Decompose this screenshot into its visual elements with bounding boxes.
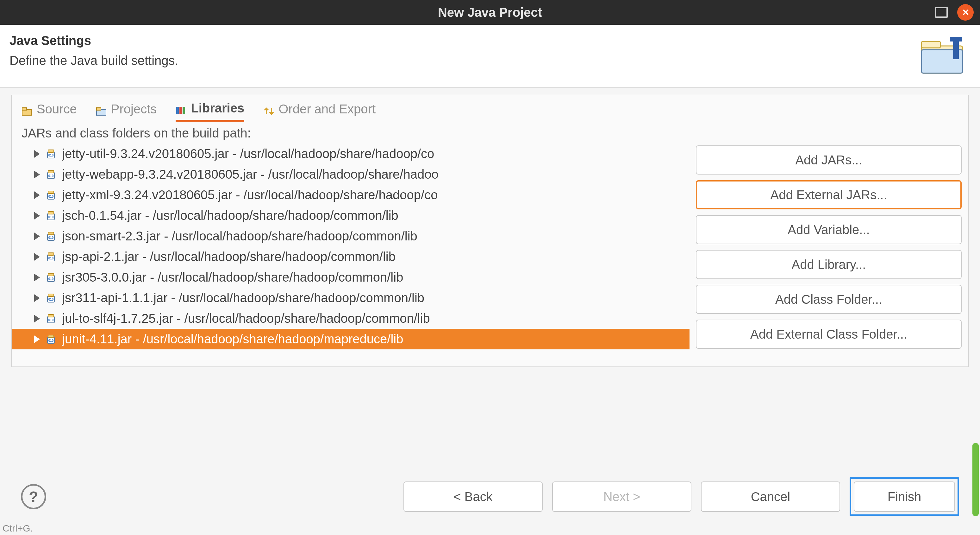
jar-icon: 010	[46, 210, 56, 221]
jar-label: jetty-webapp-9.3.24.v20180605.jar - /usr…	[62, 167, 439, 182]
jar-icon: 010	[46, 293, 56, 303]
statusbar-hint: Ctrl+G.	[0, 522, 35, 535]
next-button: Next >	[552, 481, 691, 512]
tab-projects[interactable]: Projects	[96, 101, 157, 121]
jar-icon: 010	[46, 169, 56, 180]
svg-rect-22	[48, 212, 54, 214]
jar-icon: 010	[46, 149, 56, 159]
side-buttons: Add JARs... Add External JARs... Add Var…	[689, 144, 968, 366]
jar-item[interactable]: 010jetty-xml-9.3.24.v20180605.jar - /usr…	[12, 185, 689, 205]
tab-order[interactable]: Order and Export	[263, 101, 375, 121]
maximize-icon[interactable]	[935, 7, 948, 18]
svg-rect-8	[97, 108, 101, 110]
add-external-class-folder-button[interactable]: Add External Class Folder...	[696, 319, 962, 349]
add-external-jars-button[interactable]: Add External JARs...	[696, 180, 962, 209]
expand-triangle-icon[interactable]	[34, 315, 40, 323]
back-button[interactable]: < Back	[404, 481, 542, 512]
jar-item[interactable]: 010jsr311-api-1.1.1.jar - /usr/local/had…	[12, 287, 689, 308]
help-button[interactable]: ?	[21, 484, 46, 509]
jar-label: jul-to-slf4j-1.7.25.jar - /usr/local/had…	[62, 311, 430, 326]
jar-label: jsr305-3.0.0.jar - /usr/local/hadoop/sha…	[62, 270, 403, 284]
order-icon	[263, 105, 275, 114]
tab-libraries[interactable]: Libraries	[176, 101, 244, 121]
source-icon	[22, 105, 33, 114]
expand-triangle-icon[interactable]	[34, 191, 40, 199]
expand-triangle-icon[interactable]	[34, 150, 40, 158]
jar-label: json-smart-2.3.jar - /usr/local/hadoop/s…	[62, 229, 417, 243]
jar-label: jsch-0.1.54.jar - /usr/local/hadoop/shar…	[62, 208, 398, 223]
jar-item[interactable]: 010jsch-0.1.54.jar - /usr/local/hadoop/s…	[12, 205, 689, 226]
scroll-indicator[interactable]	[972, 443, 979, 516]
libraries-icon	[176, 104, 187, 113]
jar-icon: 010	[46, 231, 56, 242]
svg-text:010: 010	[48, 318, 54, 322]
svg-text:010: 010	[48, 339, 54, 342]
svg-rect-28	[48, 253, 54, 255]
add-library-button[interactable]: Add Library...	[696, 250, 962, 279]
svg-rect-6	[22, 108, 27, 110]
add-variable-button[interactable]: Add Variable...	[696, 215, 962, 244]
svg-text:010: 010	[48, 236, 54, 240]
svg-rect-37	[48, 315, 54, 317]
jar-icon: 010	[46, 313, 56, 324]
add-class-folder-button[interactable]: Add Class Folder...	[696, 285, 962, 314]
list-header: JARs and class folders on the build path…	[12, 121, 968, 144]
svg-rect-40	[48, 335, 54, 338]
expand-triangle-icon[interactable]	[34, 274, 40, 281]
jar-item[interactable]: 010jul-to-slf4j-1.7.25.jar - /usr/local/…	[12, 308, 689, 329]
svg-rect-11	[183, 107, 185, 114]
tab-source-label: Source	[37, 102, 77, 116]
svg-text:010: 010	[48, 174, 54, 178]
jar-item[interactable]: 010jsr305-3.0.0.jar - /usr/local/hadoop/…	[12, 267, 689, 287]
wizard-folder-icon	[917, 34, 970, 78]
svg-rect-34	[48, 294, 54, 297]
add-jars-button[interactable]: Add JARs...	[696, 145, 962, 174]
header-text: Java Settings Define the Java build sett…	[10, 34, 178, 68]
expand-triangle-icon[interactable]	[34, 171, 40, 178]
jar-list[interactable]: 010jetty-util-9.3.24.v20180605.jar - /us…	[12, 144, 689, 366]
jar-icon: 010	[46, 251, 56, 262]
page-title: Java Settings	[10, 34, 178, 48]
cancel-button[interactable]: Cancel	[701, 481, 840, 512]
jar-item[interactable]: 010jsp-api-2.1.jar - /usr/local/hadoop/s…	[12, 246, 689, 267]
jar-label: jetty-xml-9.3.24.v20180605.jar - /usr/lo…	[62, 188, 438, 202]
svg-rect-9	[176, 107, 179, 114]
page-subtitle: Define the Java build settings.	[10, 54, 178, 68]
expand-triangle-icon[interactable]	[34, 212, 40, 219]
svg-rect-19	[48, 191, 54, 193]
build-path-box: Source Projects Libraries	[11, 95, 969, 367]
footer-row: ? < Back Next > Cancel Finish	[11, 465, 969, 535]
tab-projects-label: Projects	[111, 102, 157, 116]
expand-triangle-icon[interactable]	[34, 253, 40, 261]
window-controls	[935, 4, 974, 21]
svg-rect-4	[950, 37, 962, 42]
jar-icon: 010	[46, 334, 56, 345]
close-icon[interactable]	[957, 4, 974, 21]
jar-item[interactable]: 010junit-4.11.jar - /usr/local/hadoop/sh…	[12, 329, 689, 350]
expand-triangle-icon[interactable]	[34, 335, 40, 343]
content-row: 010jetty-util-9.3.24.v20180605.jar - /us…	[12, 144, 968, 366]
jar-icon: 010	[46, 190, 56, 201]
svg-text:010: 010	[48, 257, 54, 260]
svg-text:010: 010	[48, 216, 54, 219]
svg-rect-1	[921, 42, 940, 48]
tabs-row: Source Projects Libraries	[12, 95, 968, 121]
svg-rect-10	[180, 107, 182, 114]
finish-focus-ring: Finish	[850, 478, 959, 516]
window-title: New Java Project	[438, 5, 542, 20]
jar-item[interactable]: 010jetty-util-9.3.24.v20180605.jar - /us…	[12, 144, 689, 164]
tab-source[interactable]: Source	[22, 101, 77, 121]
finish-button[interactable]: Finish	[854, 481, 955, 512]
svg-text:010: 010	[48, 277, 54, 281]
svg-text:010: 010	[48, 195, 54, 198]
header-panel: Java Settings Define the Java build sett…	[0, 25, 980, 88]
dialog-window: New Java Project Java Settings Define th…	[0, 0, 980, 535]
svg-text:010: 010	[48, 153, 54, 157]
svg-text:010: 010	[48, 298, 54, 301]
expand-triangle-icon[interactable]	[34, 294, 40, 302]
jar-item[interactable]: 010jetty-webapp-9.3.24.v20180605.jar - /…	[12, 164, 689, 185]
jar-item[interactable]: 010json-smart-2.3.jar - /usr/local/hadoo…	[12, 226, 689, 246]
jar-label: jsp-api-2.1.jar - /usr/local/hadoop/shar…	[62, 250, 396, 264]
tab-libraries-label: Libraries	[191, 101, 244, 115]
expand-triangle-icon[interactable]	[34, 233, 40, 240]
